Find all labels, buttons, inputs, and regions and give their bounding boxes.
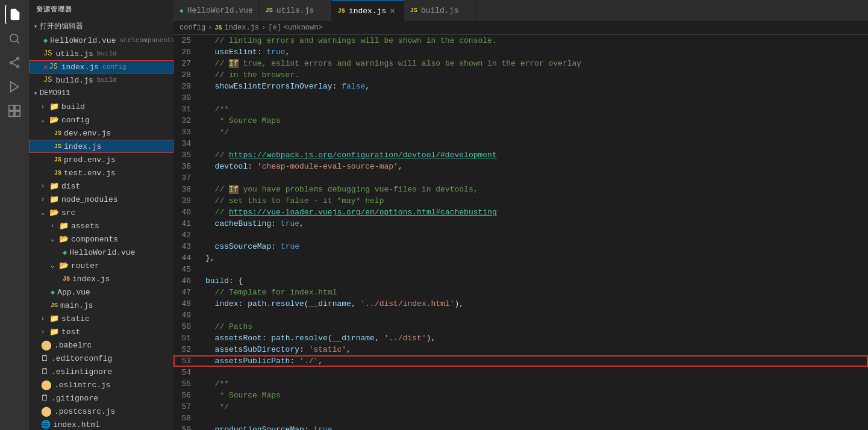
tree-main-js[interactable]: JS main.js	[29, 299, 173, 312]
tree-helloworld[interactable]: ◆ HelloWorld.vue	[29, 246, 173, 259]
breadcrumb-sep2: ›	[261, 23, 266, 32]
line-50: 50 // Paths	[173, 321, 868, 332]
line-58: 58	[173, 413, 868, 424]
tree-test-env-label: test.env.js	[64, 169, 116, 178]
open-editor-build[interactable]: JS build.js build	[29, 73, 173, 87]
editor-content: 25 // linting errors and warnings will b…	[173, 35, 868, 430]
tree-prod-env[interactable]: JS prod.env.js	[29, 153, 173, 166]
tab-build[interactable]: JS build.js	[404, 0, 476, 21]
source-control-icon[interactable]	[5, 53, 24, 72]
search-icon[interactable]	[5, 29, 24, 48]
line-code-53: assetsPublicPath: './',	[201, 355, 868, 367]
tree-babelrc[interactable]: ⬤ .babelrc	[29, 338, 173, 352]
line-code-46: build: {	[201, 275, 868, 287]
tree-src[interactable]: ⌄ 📂 src	[29, 206, 173, 219]
line-num-44: 44	[173, 252, 201, 264]
tree-index-html[interactable]: 🌐 index.html	[29, 418, 173, 430]
editor[interactable]: 25 // linting errors and warnings will b…	[173, 35, 868, 430]
js-icon-index: JS	[54, 143, 61, 150]
close-icon-index[interactable]: ✕	[43, 63, 48, 72]
tree-app-vue-label: App.vue	[57, 288, 90, 297]
tree-test-env[interactable]: JS test.env.js	[29, 166, 173, 179]
line-52: 52 assetsSubDirectory: 'static',	[173, 344, 868, 355]
open-editor-index[interactable]: ✕ JS index.js config	[29, 60, 173, 73]
line-code-59: productionSourceMap: true,	[201, 424, 868, 430]
open-editor-index-name: index.js	[61, 63, 99, 72]
explorer-root-toggle[interactable]: ▾ DEMO911	[29, 87, 173, 100]
tree-dev-env[interactable]: JS dev.env.js	[29, 126, 173, 140]
file-icon-gitignore: 🗒	[41, 394, 49, 403]
tree-postcssrc[interactable]: ⬤ .postcssrc.js	[29, 405, 173, 418]
tab-helloworld[interactable]: ◆ HelloWorld.vue	[173, 0, 260, 21]
tree-editorconfig[interactable]: 🗒 .editorconfig	[29, 352, 173, 365]
tree-eslintrc[interactable]: ⬤ .eslintrc.js	[29, 378, 173, 391]
tree-eslintignore[interactable]: 🗒 .eslintignore	[29, 365, 173, 378]
open-editor-build-name: build.js	[55, 76, 93, 85]
js-icon-dev: JS	[54, 130, 61, 137]
tree-test[interactable]: › 📁 test	[29, 325, 173, 338]
line-num-33: 33	[173, 126, 201, 138]
debug-icon[interactable]	[5, 77, 24, 96]
svg-rect-10	[9, 111, 14, 116]
breadcrumb-index[interactable]: index.js	[224, 23, 259, 32]
line-code-35: // https://webpack.js.org/configuration/…	[201, 149, 868, 161]
folder-icon-config: 📂	[49, 115, 59, 125]
tab-utils[interactable]: JS utils.js	[260, 0, 332, 21]
chevron-down-icon-router: ⌄	[51, 262, 58, 269]
tab-build-label: build.js	[421, 6, 458, 15]
tree-config-label: config	[61, 116, 90, 125]
explorer-section: ▾ DEMO911 › 📁 build ⌄ 📂 config JS dev.en…	[29, 87, 173, 430]
folder-icon-src: 📂	[49, 208, 59, 217]
tree-components[interactable]: ⌄ 📂 components	[29, 232, 173, 246]
line-code-29: showEslintErrorsInOverlay: false,	[201, 81, 868, 92]
tab-helloworld-label: HelloWorld.vue	[187, 6, 253, 15]
line-46: 46 build: {	[173, 275, 868, 287]
line-code-36: devtool: 'cheap-module-eval-source-map',	[201, 161, 868, 172]
tree-node-modules[interactable]: › 📁 node_modules	[29, 193, 173, 206]
tree-build[interactable]: › 📁 build	[29, 100, 173, 113]
extensions-icon[interactable]	[5, 101, 24, 120]
line-31: 31 /**	[173, 104, 868, 115]
tree-static[interactable]: › 📁 static	[29, 312, 173, 325]
breadcrumb-unknown[interactable]: <unknown>	[284, 23, 323, 32]
line-code-58	[201, 413, 868, 424]
line-num-56: 56	[173, 390, 201, 401]
line-code-43: cssSourceMap: true	[201, 241, 868, 252]
tab-index[interactable]: JS index.js ✕	[332, 0, 404, 21]
line-num-31: 31	[173, 104, 201, 115]
line-num-41: 41	[173, 218, 201, 229]
breadcrumb-e-icon: [e]	[268, 23, 281, 32]
tree-dist[interactable]: › 📁 dist	[29, 179, 173, 193]
line-49: 49	[173, 310, 868, 321]
tree-postcssrc-label: .postcssrc.js	[54, 407, 115, 416]
tree-test-label: test	[61, 328, 80, 337]
folder-icon-nm: 📁	[49, 195, 59, 204]
tree-router-index[interactable]: JS index.js	[29, 272, 173, 285]
tab-close-icon[interactable]: ✕	[390, 7, 395, 15]
tree-router[interactable]: ⌄ 📂 router	[29, 259, 173, 272]
open-editors-toggle[interactable]: ▾ 打开的编辑器	[29, 19, 173, 34]
tree-assets[interactable]: › 📁 assets	[29, 219, 173, 232]
line-code-42	[201, 229, 868, 241]
tree-config[interactable]: ⌄ 📂 config	[29, 113, 173, 126]
chevron-right-icon-nm: ›	[41, 196, 48, 203]
line-34: 34	[173, 138, 868, 149]
folder-icon-assets: 📁	[59, 221, 69, 231]
open-editor-helloworld[interactable]: ◆ HelloWorld.vue src\components	[29, 34, 173, 47]
tree-dev-env-label: dev.env.js	[64, 129, 111, 138]
open-editor-index-path: config	[102, 63, 126, 70]
breadcrumb-js-icon: JS	[214, 25, 222, 31]
chevron-right-icon-static: ›	[41, 316, 48, 322]
open-editor-utils[interactable]: JS utils.js build	[29, 47, 173, 60]
line-code-39: // set this to false - it *may* help	[201, 195, 868, 207]
tree-index-js[interactable]: JS index.js	[29, 140, 173, 153]
breadcrumb-sep1: ›	[208, 23, 212, 32]
breadcrumb-config[interactable]: config	[180, 23, 205, 32]
tree-app-vue[interactable]: ◆ App.vue	[29, 285, 173, 299]
files-icon[interactable]	[5, 5, 24, 24]
folder-icon-comp: 📂	[59, 234, 69, 244]
chevron-down-icon-src: ⌄	[41, 209, 48, 216]
tree-node-modules-label: node_modules	[61, 195, 118, 204]
line-num-45: 45	[173, 264, 201, 275]
tree-gitignore[interactable]: 🗒 .gitignore	[29, 391, 173, 405]
